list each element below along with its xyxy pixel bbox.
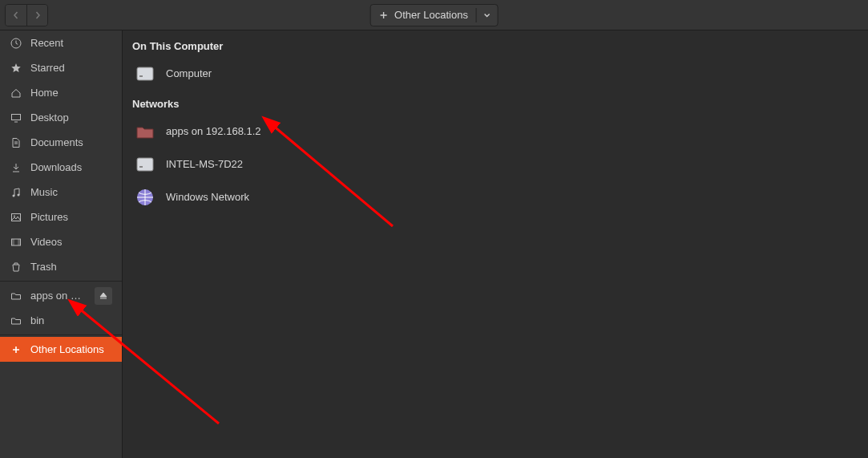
sidebar-item-label: Documents xyxy=(30,136,112,148)
location-dropdown-button[interactable] xyxy=(477,5,498,26)
home-icon xyxy=(10,87,22,99)
plus-icon xyxy=(378,10,388,20)
video-icon xyxy=(10,236,22,249)
back-button[interactable] xyxy=(6,5,26,26)
sidebar-item-desktop[interactable]: Desktop xyxy=(0,105,122,130)
svg-rect-10 xyxy=(137,158,153,171)
sidebar-mount-label: apps on 192.… xyxy=(30,290,87,302)
svg-rect-9 xyxy=(139,75,143,77)
sidebar-item-recent[interactable]: Recent xyxy=(0,30,122,55)
row-windows-network[interactable]: Windows Network xyxy=(131,180,860,213)
picture-icon xyxy=(10,211,22,224)
location-label: Other Locations xyxy=(394,9,468,21)
row-label: Computer xyxy=(166,67,212,79)
sidebar-item-videos[interactable]: Videos xyxy=(0,229,122,254)
sidebar-item-label: Music xyxy=(30,186,112,198)
plus-icon xyxy=(10,343,22,356)
sidebar-item-home[interactable]: Home xyxy=(0,80,122,105)
svg-rect-4 xyxy=(12,213,21,221)
location-other-locations[interactable]: Other Locations xyxy=(370,5,476,26)
section-title: Networks xyxy=(131,96,860,115)
sidebar-item-label: Home xyxy=(30,87,112,99)
svg-rect-7 xyxy=(137,67,153,80)
folder-remote-icon xyxy=(134,120,156,143)
row-computer[interactable]: Computer xyxy=(131,57,860,90)
sidebar-item-label: Desktop xyxy=(30,111,112,124)
row-label: apps on 192.168.1.2 xyxy=(166,125,261,137)
sidebar-item-trash[interactable]: Trash xyxy=(0,254,122,279)
folder-icon xyxy=(10,314,22,327)
sidebar-mount-smb-apps[interactable]: apps on 192.… xyxy=(0,283,122,308)
svg-point-3 xyxy=(18,193,20,196)
sidebar-item-label: Downloads xyxy=(30,161,112,173)
sidebar-item-label: Other Locations xyxy=(30,343,112,355)
sidebar: Recent Starred Home Desktop Documents Do… xyxy=(0,30,123,458)
drive-icon xyxy=(134,63,156,85)
sidebar-mount-bin[interactable]: bin xyxy=(0,308,122,333)
sidebar-item-label: Videos xyxy=(30,236,112,248)
sidebar-item-pictures[interactable]: Pictures xyxy=(0,205,122,229)
svg-rect-1 xyxy=(12,114,21,120)
sidebar-item-music[interactable]: Music xyxy=(0,180,122,205)
drive-icon xyxy=(134,153,156,176)
row-smb-apps[interactable]: apps on 192.168.1.2 xyxy=(131,115,860,148)
trash-icon xyxy=(10,261,22,274)
main-content: On This Computer Computer Networks apps … xyxy=(123,30,868,458)
sidebar-item-label: Starred xyxy=(30,62,112,74)
music-icon xyxy=(10,186,22,199)
svg-rect-12 xyxy=(139,166,143,168)
sidebar-item-label: Trash xyxy=(30,261,112,273)
svg-point-5 xyxy=(14,215,15,217)
document-icon xyxy=(10,136,22,149)
header-bar: Other Locations xyxy=(0,0,868,30)
download-icon xyxy=(10,161,22,174)
sidebar-item-other-locations[interactable]: Other Locations xyxy=(0,337,122,362)
network-icon xyxy=(134,186,156,209)
chevron-right-icon xyxy=(34,11,42,19)
chevron-down-icon xyxy=(483,11,491,19)
sidebar-item-documents[interactable]: Documents xyxy=(0,130,122,155)
eject-button[interactable] xyxy=(95,287,112,305)
sidebar-item-starred[interactable]: Starred xyxy=(0,55,122,80)
sidebar-item-label: Pictures xyxy=(30,211,112,223)
folder-remote-icon xyxy=(10,290,22,302)
svg-rect-6 xyxy=(12,239,21,245)
sidebar-item-downloads[interactable]: Downloads xyxy=(0,155,122,180)
svg-point-2 xyxy=(13,194,15,197)
clock-icon xyxy=(10,37,22,50)
row-intel-ms[interactable]: INTEL-MS-7D22 xyxy=(131,148,860,180)
row-label: INTEL-MS-7D22 xyxy=(166,158,243,170)
row-label: Windows Network xyxy=(166,191,249,203)
section-title: On This Computer xyxy=(131,39,860,57)
sidebar-mount-label: bin xyxy=(30,314,112,326)
star-icon xyxy=(10,62,22,75)
forward-button[interactable] xyxy=(26,5,47,26)
desktop-icon xyxy=(10,111,22,124)
chevron-left-icon xyxy=(12,11,20,19)
sidebar-item-label: Recent xyxy=(30,37,112,49)
location-bar: Other Locations xyxy=(369,4,499,26)
